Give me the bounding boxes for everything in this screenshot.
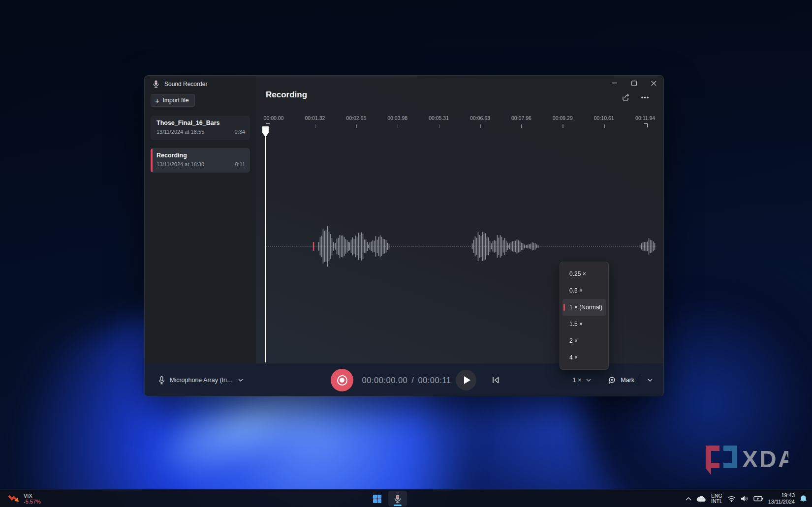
time-display: 00:00:00.00 / 00:00:11 xyxy=(356,363,457,396)
speed-option-label: 0.5 × xyxy=(569,287,583,294)
record-icon xyxy=(337,375,347,386)
widget-change: -5.57% xyxy=(24,499,41,505)
speed-menu-option[interactable]: 4 × xyxy=(562,349,606,366)
notification-bell-icon[interactable] xyxy=(800,495,807,503)
recording-title: Recording xyxy=(156,152,245,159)
app-title: Sound Recorder xyxy=(164,81,207,88)
maximize-icon xyxy=(631,81,637,86)
taskbar-center xyxy=(368,490,407,507)
input-device-selector[interactable]: Microphone Array (In… xyxy=(158,363,243,396)
window-controls xyxy=(604,76,663,90)
running-app-indicator xyxy=(394,505,402,506)
minimize-icon xyxy=(612,83,617,84)
recording-datetime: 13/11/2024 at 18:55 xyxy=(156,129,204,135)
speed-menu: 0.25 × 0.5 × 1 × (Normal) 1.5 × 2 × 4 × xyxy=(560,262,609,370)
speed-chevron-icon[interactable] xyxy=(586,379,591,382)
mark-button[interactable]: Mark xyxy=(621,377,634,384)
record-button[interactable] xyxy=(331,369,353,391)
windows-logo-icon xyxy=(373,495,381,503)
playhead-line xyxy=(265,137,266,362)
skip-to-start-button[interactable] xyxy=(491,376,500,386)
xda-watermark: XDA xyxy=(700,443,788,477)
skip-to-start-icon xyxy=(491,376,500,384)
language-indicator[interactable]: ENG INTL xyxy=(711,493,722,504)
play-button[interactable] xyxy=(456,370,476,390)
wifi-icon[interactable] xyxy=(727,496,736,502)
recording-list-item[interactable]: Those_Final_16_Bars 13/11/2024 at 18:55 … xyxy=(151,116,250,140)
speed-option-label: 4 × xyxy=(569,354,578,361)
total-time: 00:00:11 xyxy=(418,376,451,385)
speed-menu-option[interactable]: 1.5 × xyxy=(562,316,606,332)
stock-down-arrow-icon xyxy=(8,494,20,504)
start-button[interactable] xyxy=(368,491,386,507)
widget-title: VIX xyxy=(24,493,41,499)
speed-menu-option[interactable]: 1 × (Normal) xyxy=(562,299,606,316)
clock[interactable]: 19:43 13/11/2024 xyxy=(768,492,795,505)
app-titlebar: Sound Recorder xyxy=(153,80,207,88)
recording-duration: 0:34 xyxy=(235,129,245,135)
recording-duration: 0:11 xyxy=(235,161,245,167)
volume-icon[interactable] xyxy=(741,495,749,502)
recording-datetime: 13/11/2024 at 18:30 xyxy=(156,161,204,167)
expand-chevron-icon[interactable] xyxy=(648,379,653,382)
close-button[interactable] xyxy=(644,76,663,90)
speed-option-label: 0.25 × xyxy=(569,270,586,277)
clock-date: 13/11/2024 xyxy=(768,499,795,505)
tray-chevron-up-icon[interactable] xyxy=(686,497,691,501)
taskbar-sound-recorder-button[interactable] xyxy=(388,491,407,507)
sound-recorder-app-icon xyxy=(393,494,402,504)
minimize-button[interactable] xyxy=(604,76,624,90)
speed-control[interactable]: 1 × xyxy=(572,377,581,384)
input-device-label: Microphone Array (In… xyxy=(170,377,233,384)
chevron-down-icon xyxy=(238,379,243,382)
clock-time: 19:43 xyxy=(768,492,795,499)
close-icon xyxy=(651,81,656,86)
speed-menu-option[interactable]: 0.25 × xyxy=(562,266,606,282)
divider xyxy=(641,375,641,386)
app-mic-icon xyxy=(153,80,159,88)
sidebar: Sound Recorder + Import file Those_Final… xyxy=(145,76,256,363)
microphone-icon xyxy=(158,376,165,385)
speed-option-label: 1 × (Normal) xyxy=(569,304,602,311)
selected-accent-bar xyxy=(151,148,153,173)
speed-option-label: 2 × xyxy=(569,337,578,344)
battery-icon[interactable] xyxy=(753,496,763,502)
onedrive-cloud-icon[interactable] xyxy=(696,496,706,502)
xda-text: XDA xyxy=(742,446,788,472)
plus-icon: + xyxy=(155,97,159,104)
sound-recorder-window: Sound Recorder + Import file Those_Final… xyxy=(144,75,664,396)
play-icon xyxy=(464,376,470,384)
speed-menu-option[interactable]: 0.5 × xyxy=(562,282,606,299)
mark-icon xyxy=(608,376,616,385)
recording-title: Those_Final_16_Bars xyxy=(156,119,245,126)
desktop: XDA Sound Recorder + Import file xyxy=(0,0,812,507)
speed-menu-option[interactable]: 2 × xyxy=(562,332,606,349)
xda-logo-icon: XDA xyxy=(700,443,788,475)
widgets-button[interactable]: VIX -5.57% xyxy=(4,490,45,507)
elapsed-time: 00:00:00.00 xyxy=(362,376,408,385)
selected-option-indicator xyxy=(563,304,565,311)
system-tray: ENG INTL 19:43 13/11/2024 xyxy=(686,490,810,507)
language-line2: INTL xyxy=(711,499,722,504)
taskbar: VIX -5.57% xyxy=(0,489,812,507)
speed-option-label: 1.5 × xyxy=(569,321,583,328)
maximize-button[interactable] xyxy=(624,76,644,90)
import-file-button[interactable]: + Import file xyxy=(151,94,195,107)
import-file-label: Import file xyxy=(163,97,189,104)
recording-list-item[interactable]: Recording 13/11/2024 at 18:30 0:11 xyxy=(151,148,250,173)
time-separator: / xyxy=(411,376,414,385)
